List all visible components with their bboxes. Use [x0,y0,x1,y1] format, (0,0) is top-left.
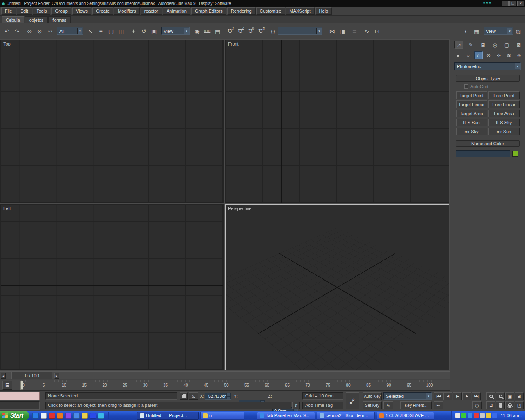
menu-graph-editors[interactable]: Graph Editors [191,7,226,15]
hierarchy-tab[interactable]: ⊞ [478,41,487,49]
rectangular-selection-region-button[interactable]: ▢ [106,26,116,36]
free-linear-button[interactable]: Free Linear [488,100,520,108]
reference-coordinate-system-dropdown[interactable]: View ▼ [161,27,190,35]
space-warps-category-button[interactable]: ≋ [504,51,513,59]
select-and-manipulate-button[interactable]: 0.00 [202,26,212,36]
quick-launch-icon-4[interactable] [57,413,63,419]
ies-sky-button[interactable]: IES Sky [488,119,520,126]
pan-button[interactable] [496,401,505,409]
use-pivot-point-center-button[interactable]: ◉ [192,26,202,36]
arc-rotate-button[interactable] [505,401,514,409]
keyboard-shortcut-override-toggle[interactable]: ▤ [212,26,223,36]
next-frame-button[interactable]: |▶ [462,392,471,400]
tray-icon-2[interactable] [461,413,466,418]
percent-snap-toggle[interactable]: Ω% [245,26,256,36]
unlink-selection-button[interactable]: ⊘ [34,26,45,36]
snaps-toggle-3d[interactable]: Ω3 [225,26,235,36]
maxscript-macro-recorder-line[interactable] [0,392,40,400]
chevron-down-icon[interactable]: ▼ [426,393,431,399]
task-button-3dsmax[interactable]: Untitled - Project... [137,412,199,420]
viewport-left[interactable]: Left [0,204,224,370]
render-scene-button[interactable]: ▦ [471,26,482,36]
task-button-tab-panel[interactable]: Tab Panel en Max 9... [257,412,315,420]
free-point-button[interactable]: Free Point [488,91,520,99]
create-tab[interactable]: ↗ [454,41,463,49]
menu-maxscript[interactable]: MAXScript [286,7,315,15]
tab-formas[interactable]: formas [48,16,71,23]
time-slider-handle[interactable]: 0 / 100 [11,372,52,379]
curve-editor-button[interactable]: ∿ [362,26,372,36]
motion-tab[interactable]: ◎ [491,41,500,49]
quick-launch-icon-2[interactable] [41,413,47,419]
select-object-button[interactable]: ↖ [85,26,96,36]
quick-render-button[interactable]: ▨ [513,26,523,36]
quick-launch-icon-8[interactable] [90,413,96,419]
field-of-view-button[interactable]: ⊿ [486,401,495,409]
selection-lock-toggle[interactable] [180,392,188,400]
object-name-input[interactable] [456,150,510,157]
start-button[interactable]: Start [0,411,29,420]
light-type-dropdown[interactable]: Photometric ▼ [454,62,521,70]
quick-launch-icon-1[interactable] [32,413,39,419]
go-to-end-button[interactable]: ▶▶| [472,392,481,400]
task-button-notepad[interactable]: cebula2 - Bloc de n... [317,412,375,420]
cameras-category-button[interactable]: ⊙ [484,51,493,59]
bind-to-space-warp-button[interactable]: ∾ [45,26,55,36]
geometry-category-button[interactable]: ● [454,51,462,59]
tab-cebula[interactable]: Cebula [2,16,24,23]
zoom-extents-button[interactable]: ▣ [505,392,514,400]
mr-sun-button[interactable]: mr Sun [488,128,520,135]
maxscript-mini-listener-line[interactable] [0,401,40,410]
quick-launch-icon-7[interactable] [82,413,88,419]
zoom-extents-all-button[interactable]: ⊞ [515,392,524,400]
time-slider-left-arrow[interactable]: ◂ [1,373,6,379]
maximize-button[interactable]: □ [509,1,516,6]
viewport-front[interactable]: Front [225,40,449,203]
absolute-mode-transform-typein-toggle[interactable]: ◺ [189,392,198,400]
viewport-label-top[interactable]: Top [3,41,11,46]
select-and-scale-button[interactable]: ▣ [149,26,159,36]
time-slider-right-arrow[interactable]: ▸ [54,373,59,379]
minimize-button[interactable]: _ [502,1,509,6]
key-mode-toggle[interactable]: ⇤ [434,401,443,409]
go-to-start-button[interactable]: |◀◀ [434,392,443,400]
quick-launch-icon-9[interactable] [98,413,104,419]
quick-launch-icon-6[interactable] [73,413,80,419]
menu-file[interactable]: File [1,7,16,15]
target-area-button[interactable]: Target Area [456,110,487,117]
x-coordinate-field[interactable]: -52.433cm [205,393,231,400]
object-color-swatch[interactable] [512,151,518,157]
tray-icon-4[interactable] [474,413,479,418]
play-button[interactable]: ▶ [453,392,462,400]
min-max-toggle-button[interactable]: ◳ [515,401,524,409]
menu-reactor[interactable]: reactor [141,7,162,15]
viewport-label-front[interactable]: Front [228,41,239,46]
helpers-category-button[interactable]: ⊹ [495,51,503,59]
zoom-all-button[interactable] [496,392,505,400]
taskbar-clock[interactable]: 11:06 a.m. [501,413,522,418]
previous-frame-button[interactable]: ◀| [443,392,452,400]
default-tangents-button[interactable]: ∿ [383,401,393,409]
menu-modifiers[interactable]: Modifiers [114,7,140,15]
systems-category-button[interactable]: ⊛ [515,51,523,59]
close-button[interactable]: × [517,1,524,6]
spinner-arrows[interactable] [226,393,231,399]
set-keys-button[interactable]: ⊶ [346,392,359,409]
menu-create[interactable]: Create [92,7,113,15]
target-point-button[interactable]: Target Point [456,91,487,99]
tray-icon-7[interactable] [492,413,497,418]
viewport-top[interactable]: Top [0,40,224,203]
auto-key-button[interactable]: Auto Key [363,392,382,400]
menu-customize[interactable]: Customize [256,7,285,15]
key-mode-dropdown[interactable]: Selected ▼ [383,392,432,400]
undo-button[interactable]: ↶ [2,26,12,36]
prompt-expand-button[interactable]: ⇵ [292,402,300,409]
quick-launch-icon-5[interactable] [65,413,71,419]
window-crossing-toggle[interactable]: ◫ [116,26,126,36]
key-filters-button[interactable]: Key Filters... [400,401,432,409]
utilities-tab[interactable]: ⊠ [514,41,523,49]
chevron-down-icon[interactable]: ▼ [507,28,512,34]
schematic-view-button[interactable]: ⊡ [372,26,382,36]
chevron-down-icon[interactable]: ▼ [515,63,520,69]
render-type-dropdown[interactable]: View ▼ [484,27,513,35]
